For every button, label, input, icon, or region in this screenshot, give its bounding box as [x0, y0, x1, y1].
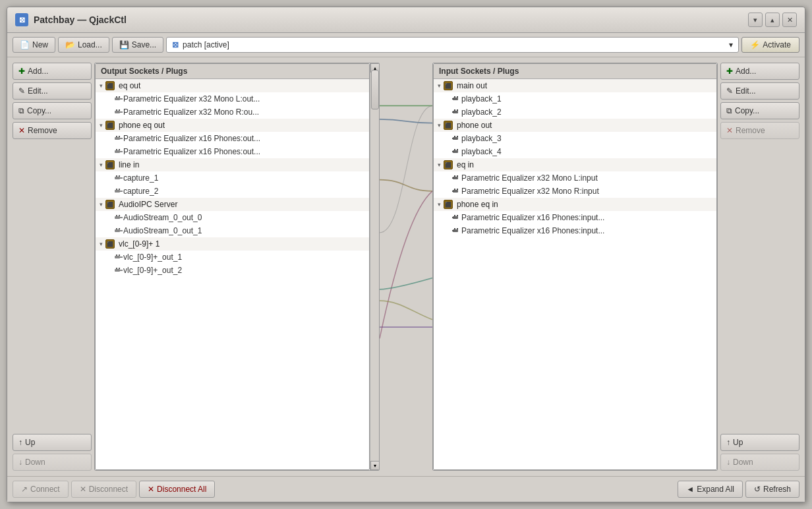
activate-button[interactable]: ⚡ Activate: [741, 37, 799, 53]
add-icon: ✚: [18, 67, 25, 76]
expand-arrow-icon: ▾: [100, 201, 103, 208]
output-plug-icon: [114, 254, 123, 260]
disconnect-button[interactable]: ✕ Disconnect: [71, 481, 136, 498]
svg-rect-55: [457, 149, 458, 150]
expand-arrow-icon: ▾: [438, 82, 441, 89]
svg-rect-39: [119, 268, 120, 269]
combo-arrow-icon: ▾: [729, 40, 733, 49]
input-item[interactable]: playback_4: [434, 145, 716, 158]
svg-rect-2: [116, 96, 117, 98]
main-window: ⊠ Patchbay — QjackCtl ▾ ▴ ✕ 📄 New 📂 Load…: [7, 7, 805, 502]
down-input-button[interactable]: ↓ Down: [720, 454, 799, 471]
output-item[interactable]: AudioStream_0_out_1: [96, 224, 369, 237]
connect-button[interactable]: ↗ Connect: [13, 481, 69, 498]
svg-rect-13: [120, 151, 123, 152]
input-group-phone-out[interactable]: ▾ ⬛ phone out: [434, 119, 716, 132]
input-sockets-list-container: Input Sockets / Plugs ▾ ⬛ main out: [433, 63, 717, 470]
svg-rect-66: [454, 215, 455, 216]
add-output-button[interactable]: ✚ Add...: [13, 63, 92, 80]
svg-rect-6: [116, 109, 117, 111]
output-group-line-in[interactable]: ▾ ⬛ line in: [96, 158, 369, 171]
input-item[interactable]: Parametric Equalizer x16 Phones:input...: [434, 224, 716, 237]
edit-output-button[interactable]: ✎ Edit...: [13, 82, 92, 100]
group-icon: ⬛: [444, 81, 453, 90]
svg-rect-25: [120, 217, 123, 218]
load-icon: 📂: [65, 40, 75, 49]
remove-output-button[interactable]: ✕ Remove: [13, 122, 92, 139]
input-item[interactable]: playback_1: [434, 92, 716, 105]
svg-rect-20: [115, 190, 120, 193]
up-output-button[interactable]: ↑ Up: [13, 434, 92, 451]
output-plug-icon: [114, 188, 123, 195]
save-button[interactable]: 💾 Save...: [112, 37, 163, 53]
output-item[interactable]: Parametric Equalizer x16 Phones:out...: [96, 132, 369, 145]
svg-rect-50: [454, 136, 455, 137]
minimize-button[interactable]: ▾: [748, 13, 763, 27]
add-input-button[interactable]: ✚ Add...: [720, 63, 799, 80]
output-item[interactable]: Parametric Equalizer x32 Mono L:out...: [96, 92, 369, 105]
output-item[interactable]: vlc_[0-9]+_out_2: [96, 264, 369, 277]
new-button[interactable]: 📄 New: [13, 37, 55, 53]
input-item[interactable]: playback_2: [434, 105, 716, 119]
edit-icon: ✎: [726, 86, 733, 96]
output-item[interactable]: vlc_[0-9]+_out_1: [96, 251, 369, 264]
output-group-phone-eq-out[interactable]: ▾ ⬛ phone eq out: [96, 119, 369, 132]
svg-rect-59: [457, 175, 458, 177]
output-group-eq-out[interactable]: ▾ ⬛ eq out: [96, 79, 369, 92]
output-item[interactable]: Parametric Equalizer x32 Mono R:ou...: [96, 105, 369, 119]
input-sockets-list[interactable]: ▾ ⬛ main out playback_1: [434, 79, 716, 469]
svg-rect-63: [457, 189, 458, 190]
connection-canvas: [380, 63, 432, 471]
svg-rect-7: [119, 109, 120, 111]
remove-input-button[interactable]: ✕ Remove: [720, 122, 799, 139]
input-plug-icon: [452, 148, 461, 155]
copy-input-button[interactable]: ⧉ Copy...: [720, 102, 799, 119]
expand-all-button[interactable]: ◄ Expand All: [678, 481, 743, 498]
patch-combo[interactable]: ⊠ patch [active] ▾: [166, 37, 739, 53]
output-scrollbar[interactable]: ▴ ▾: [370, 63, 379, 470]
refresh-button[interactable]: ↺ Refresh: [745, 481, 799, 498]
svg-rect-45: [452, 111, 454, 113]
output-sockets-list[interactable]: ▾ ⬛ eq out Parametric Equalizer x3: [96, 79, 369, 469]
up-icon: ↑: [726, 438, 730, 447]
right-panel: ✚ Add... ✎ Edit... ⧉ Copy... ✕ Remove ↑ …: [720, 63, 799, 471]
output-item[interactable]: Parametric Equalizer x16 Phones:out...: [96, 145, 369, 158]
up-input-button[interactable]: ↑ Up: [720, 434, 799, 451]
svg-rect-71: [457, 228, 458, 229]
bottom-bar: ↗ Connect ✕ Disconnect ✕ Disconnect All …: [7, 476, 805, 502]
svg-rect-51: [457, 136, 458, 137]
input-group-eq-in[interactable]: ▾ ⬛ eq in: [434, 158, 716, 171]
center-area: Output Sockets / Plugs ▾ ⬛ eq out: [94, 63, 718, 471]
input-plug-icon: [452, 188, 461, 195]
input-item[interactable]: Parametric Equalizer x32 Mono R:input: [434, 185, 716, 198]
input-item[interactable]: Parametric Equalizer x16 Phones:input...: [434, 211, 716, 224]
down-output-button[interactable]: ↓ Down: [13, 454, 92, 471]
input-plug-icon: [452, 227, 461, 234]
close-button[interactable]: ✕: [782, 13, 797, 27]
input-item[interactable]: Parametric Equalizer x32 Mono L:input: [434, 171, 716, 185]
svg-rect-62: [454, 189, 455, 190]
svg-rect-1: [120, 98, 123, 100]
disconnect-all-button[interactable]: ✕ Disconnect All: [139, 481, 215, 498]
input-item[interactable]: playback_3: [434, 132, 716, 145]
load-button[interactable]: 📂 Load...: [58, 37, 109, 53]
svg-rect-11: [119, 136, 120, 137]
scroll-thumb[interactable]: [371, 70, 379, 109]
output-sockets-panel: Output Sockets / Plugs ▾ ⬛ eq out: [94, 63, 380, 471]
output-item[interactable]: capture_2: [96, 185, 369, 198]
output-group-audioipc[interactable]: ▾ ⬛ AudioIPC Server: [96, 198, 369, 211]
output-item[interactable]: AudioStream_0_out_0: [96, 211, 369, 224]
maximize-button[interactable]: ▴: [765, 13, 780, 27]
app-icon: ⊠: [15, 13, 28, 26]
output-group-vlc[interactable]: ▾ ⬛ vlc_[0-9]+ 1: [96, 237, 369, 251]
group-icon: ⬛: [105, 200, 115, 209]
input-group-main-out[interactable]: ▾ ⬛ main out: [434, 79, 716, 92]
svg-rect-43: [457, 96, 458, 98]
copy-output-button[interactable]: ⧉ Copy...: [13, 102, 92, 119]
input-group-phone-eq-in[interactable]: ▾ ⬛ phone eq in: [434, 198, 716, 211]
output-item[interactable]: capture_1: [96, 171, 369, 185]
edit-input-button[interactable]: ✎ Edit...: [720, 82, 799, 100]
scroll-down-arrow[interactable]: ▾: [370, 461, 380, 470]
output-plug-icon: [114, 109, 123, 115]
group-icon: ⬛: [105, 81, 115, 90]
